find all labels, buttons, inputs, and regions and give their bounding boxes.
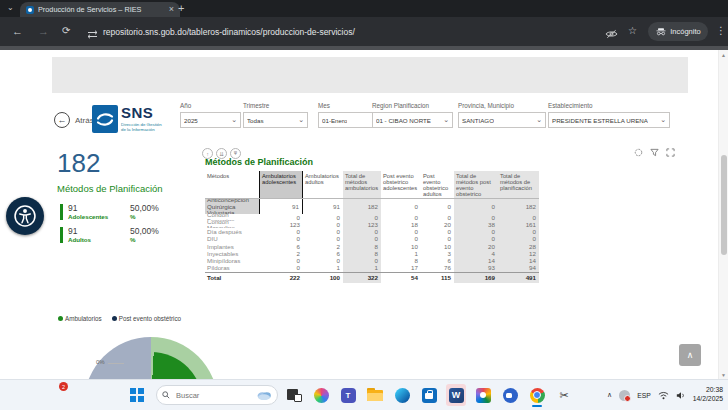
filter-label: Año	[180, 102, 241, 109]
cell-value: 0	[381, 199, 421, 214]
store-icon[interactable]	[419, 384, 439, 406]
taskbar-search[interactable]	[156, 385, 278, 405]
back-icon[interactable]: ←	[12, 24, 23, 38]
legend-item[interactable]: Post evento obstétrico	[112, 315, 181, 322]
snipping-tool-icon[interactable]: ✂	[554, 384, 574, 406]
filter-3: Region Planificacion01 - CIBAO NORTE⌄	[372, 102, 453, 128]
table-row[interactable]: Día después0000000	[205, 228, 539, 235]
back-label: Atrás	[75, 116, 94, 125]
scroll-to-top-button[interactable]: ∧	[679, 344, 701, 366]
chevron-down-icon: ⌄	[536, 116, 542, 124]
table-row[interactable]: Implantes62810102028	[205, 243, 539, 250]
reload-icon[interactable]: ⟳	[62, 24, 70, 38]
cell-value: 0	[454, 199, 498, 214]
back-button[interactable]: ← Atrás	[54, 112, 94, 128]
browser-menu-icon[interactable]: ⋮	[716, 24, 726, 38]
row-label: Píldoras	[205, 264, 259, 271]
column-header[interactable]: Ambulatorios adolescentes	[259, 171, 303, 198]
photos-icon[interactable]	[473, 384, 493, 406]
filter-label: Region Planificacion	[372, 102, 453, 109]
copilot-icon[interactable]	[311, 384, 331, 406]
filter-icon[interactable]	[650, 148, 659, 157]
zoom-icon[interactable]	[500, 384, 520, 406]
cell-value: 0	[498, 228, 539, 235]
firefox-icon[interactable]: 2	[46, 385, 66, 405]
eye-off-icon[interactable]	[605, 29, 618, 39]
table-row[interactable]: Minipíldoras000861414	[205, 257, 539, 264]
filter-dropdown[interactable]: SANTIAGO⌄	[458, 112, 546, 128]
close-tab-icon[interactable]: ×	[169, 5, 174, 14]
column-header[interactable]: Post evento obstetrico adultos	[421, 171, 454, 198]
teams-icon[interactable]: T	[338, 384, 358, 406]
tray-chevron-icon[interactable]: ∧	[607, 391, 612, 399]
site-info-icon[interactable]	[87, 30, 98, 39]
start-button[interactable]	[130, 388, 144, 402]
cell-value: 38	[454, 221, 498, 228]
cell-value: 0	[421, 236, 454, 243]
column-header[interactable]: Ambulatorios adultos	[303, 171, 343, 198]
tab-title: Producción de Servicios – RIES	[38, 5, 165, 14]
column-header[interactable]: Total de métodos post evento obstetrico	[454, 171, 498, 198]
filter-value: PRESIDENTE ESTRELLA URENA	[552, 117, 648, 124]
scrollbar-down-icon[interactable]: ▼	[719, 372, 728, 378]
filter-1: TrimestreTodas⌄	[243, 102, 308, 128]
file-explorer-icon[interactable]	[365, 384, 385, 406]
row-label: DIU	[205, 236, 259, 243]
search-input[interactable]	[174, 390, 252, 401]
page-scrollbar[interactable]: ▲ ▼	[718, 50, 728, 380]
lasso-select-icon[interactable]	[634, 148, 643, 157]
focus-mode-icon[interactable]	[666, 148, 675, 157]
word-icon[interactable]: W	[446, 384, 466, 406]
kpi-accent-bar	[60, 204, 63, 220]
filter-dropdown[interactable]: PRESIDENTE ESTRELLA URENA⌄	[548, 112, 670, 128]
forward-icon[interactable]: →	[38, 24, 49, 38]
cell-value: 10	[381, 243, 421, 250]
filter-dropdown[interactable]: Todas⌄	[243, 112, 308, 128]
table-row[interactable]: Píldoras01117769394	[205, 264, 539, 271]
table-row[interactable]: Anticoncepción Quirúrgica Voluntaria9191…	[205, 199, 539, 214]
cell-value: 14	[454, 257, 498, 264]
scrollbar-thumb[interactable]	[721, 155, 727, 255]
url-bar[interactable]: repositorio.sns.gob.do/tableros-dinamico…	[103, 27, 355, 37]
tray-status-icon[interactable]	[619, 390, 630, 401]
column-header[interactable]: Total de métodos ambulatorios	[343, 171, 381, 198]
column-header[interactable]: Métodos	[205, 171, 259, 198]
language-indicator[interactable]: ESP	[637, 392, 651, 399]
cell-value: 0	[421, 199, 454, 214]
cell-value: 2	[303, 243, 343, 250]
table-row[interactable]: Condón Femenino0000000	[205, 214, 539, 221]
new-tab-icon[interactable]: +	[178, 2, 184, 14]
scrollbar-up-icon[interactable]: ▲	[719, 52, 728, 58]
wifi-icon[interactable]	[658, 391, 669, 400]
cell-value: 0	[259, 236, 303, 243]
cell-value: 1	[343, 264, 381, 271]
cell-value: 0	[303, 221, 343, 228]
task-view-icon[interactable]	[284, 384, 304, 406]
column-header[interactable]: Total de métodos de planificación	[498, 171, 539, 198]
cell-value: 0	[381, 236, 421, 243]
chrome-icon[interactable]	[527, 384, 547, 406]
row-label: Condón Masculino	[205, 221, 259, 228]
table-row[interactable]: Condón Masculino1230123182038161	[205, 221, 539, 228]
total-value: 54	[381, 273, 421, 283]
logo-subtitle-1: Dirección de Gestión	[121, 122, 162, 127]
browser-tab[interactable]: Producción de Servicios – RIES ×	[20, 2, 180, 17]
table-row[interactable]: Inyectables26813412	[205, 250, 539, 257]
cell-value: 0	[303, 214, 343, 221]
edge-icon[interactable]	[392, 384, 412, 406]
tab-search-caret-icon[interactable]: ⌄	[7, 3, 14, 12]
legend-item[interactable]: Ambulatorios	[58, 315, 102, 322]
taskbar-clock[interactable]: 20:38 14/2/2025	[693, 386, 723, 404]
volume-icon[interactable]	[676, 391, 686, 400]
table-row[interactable]: DIU0000000	[205, 236, 539, 243]
total-label: Total	[205, 273, 259, 283]
accessibility-widget-button[interactable]	[6, 197, 44, 235]
cell-value: 12	[498, 250, 539, 257]
filter-dropdown[interactable]: 2025⌄	[180, 112, 241, 128]
clock-time: 20:38	[693, 386, 723, 395]
cell-value: 0	[259, 257, 303, 264]
bookmark-star-icon[interactable]: ☆	[628, 24, 637, 38]
filter-dropdown[interactable]: 01 - CIBAO NORTE⌄	[372, 112, 453, 128]
cell-value: 28	[498, 243, 539, 250]
column-header[interactable]: Post evento obstetrico adolescentes	[381, 171, 421, 198]
